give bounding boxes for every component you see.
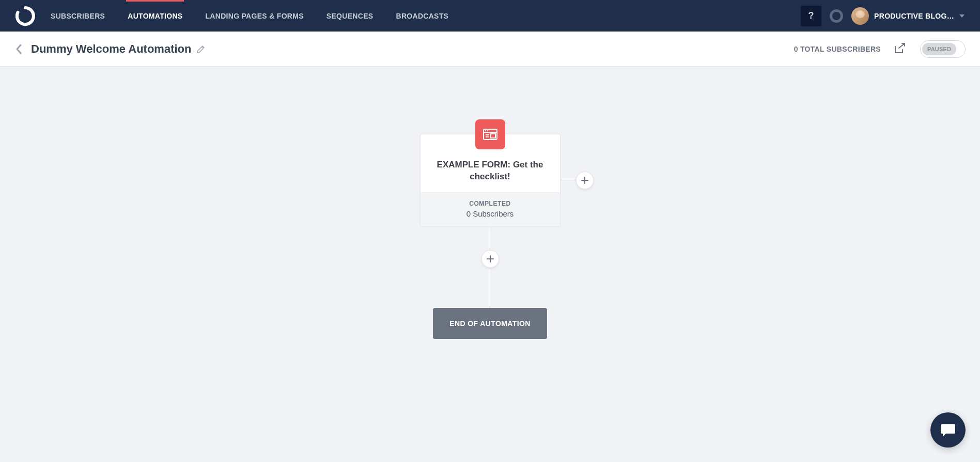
form-node[interactable]: EXAMPLE FORM: Get the checklist! COMPLET… <box>420 134 561 227</box>
connector-line <box>561 180 576 180</box>
connector-line <box>490 227 490 250</box>
status-toggle[interactable]: PAUSED <box>920 40 966 58</box>
status-toggle-label: PAUSED <box>922 43 956 55</box>
node-status: COMPLETED <box>421 200 560 207</box>
node-footer: COMPLETED 0 Subscribers <box>421 192 560 226</box>
node-wrapper: EXAMPLE FORM: Get the checklist! COMPLET… <box>420 134 561 227</box>
end-of-automation: END OF AUTOMATION <box>433 308 547 339</box>
page-title: Dummy Welcome Automation <box>31 42 191 56</box>
share-button[interactable] <box>893 41 908 57</box>
canvas-content: EXAMPLE FORM: Get the checklist! COMPLET… <box>420 134 561 339</box>
status-indicator-icon[interactable] <box>830 9 843 23</box>
account-menu[interactable]: PRODUCTIVE BLOG… <box>851 7 965 25</box>
total-subscribers-label: 0 TOTAL SUBSCRIBERS <box>794 45 881 53</box>
chat-button[interactable] <box>930 412 966 448</box>
nav-right: ? PRODUCTIVE BLOG… <box>801 6 965 26</box>
top-nav: SUBSCRIBERS AUTOMATIONS LANDING PAGES & … <box>0 0 980 32</box>
page-header: Dummy Welcome Automation 0 TOTAL SUBSCRI… <box>0 32 980 67</box>
back-button[interactable] <box>14 44 24 54</box>
svg-rect-6 <box>491 134 495 138</box>
nav-subscribers[interactable]: SUBSCRIBERS <box>51 0 105 32</box>
avatar <box>851 7 869 25</box>
automation-canvas[interactable]: EXAMPLE FORM: Get the checklist! COMPLET… <box>0 67 980 462</box>
help-button[interactable]: ? <box>801 6 821 26</box>
form-icon <box>475 119 505 149</box>
node-title: EXAMPLE FORM: Get the checklist! <box>421 159 560 192</box>
connector-line <box>490 268 490 308</box>
svg-point-2 <box>485 130 486 131</box>
edit-title-button[interactable] <box>196 44 206 54</box>
logo[interactable] <box>15 6 35 26</box>
nav-items: SUBSCRIBERS AUTOMATIONS LANDING PAGES & … <box>51 0 801 32</box>
node-subscribers: 0 Subscribers <box>421 209 560 218</box>
add-trigger-button[interactable] <box>576 172 594 189</box>
account-name: PRODUCTIVE BLOG… <box>874 12 954 20</box>
nav-automations[interactable]: AUTOMATIONS <box>128 0 182 32</box>
svg-point-3 <box>487 130 488 131</box>
chevron-down-icon <box>959 14 965 18</box>
nav-sequences[interactable]: SEQUENCES <box>326 0 374 32</box>
nav-landing-pages-forms[interactable]: LANDING PAGES & FORMS <box>205 0 303 32</box>
nav-broadcasts[interactable]: BROADCASTS <box>396 0 448 32</box>
add-step-button[interactable] <box>481 250 499 268</box>
add-trigger-side <box>561 172 594 189</box>
